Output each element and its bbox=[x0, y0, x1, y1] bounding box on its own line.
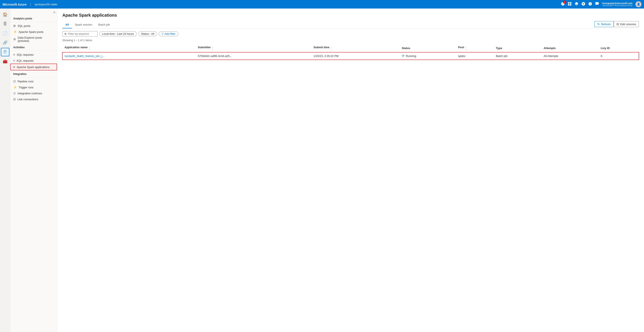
svg-rect-0 bbox=[568, 2, 570, 4]
table-row[interactable]: nyctaxifs_feathr_feature_join_j... 5750d… bbox=[62, 52, 639, 60]
topbar: Microsoft Azure | symlopsv2fs-rsdev 2 ri… bbox=[0, 0, 644, 8]
integration-runtimes-icon: ⊙ bbox=[13, 91, 16, 95]
add-filter-label: Add filter bbox=[164, 32, 175, 35]
user-info: risengupta@microsoft.com MICROSOFT NON-P… bbox=[602, 2, 632, 6]
col-header-submitter[interactable]: Submitter ↑↓ bbox=[196, 44, 311, 52]
refresh-label: Refresh bbox=[601, 23, 611, 26]
nav-sidebar-header: « bbox=[10, 8, 57, 15]
bell-icon[interactable] bbox=[574, 2, 578, 6]
col-header-pool[interactable]: Pool ↑↓ bbox=[456, 44, 494, 52]
status-label: Running bbox=[406, 54, 416, 58]
col-header-attempts: Attempts bbox=[542, 44, 598, 52]
running-status-icon: ⟳ bbox=[402, 54, 405, 58]
sidebar-item-kql-requests[interactable]: ≡ KQL requests bbox=[10, 58, 57, 64]
cell-attempts: All Attempts bbox=[542, 52, 598, 60]
trigger-runs-label: Trigger runs bbox=[18, 86, 34, 89]
help-icon[interactable] bbox=[588, 2, 592, 6]
sidebar-item-apache-spark-pools[interactable]: ⚡ Apache Spark pools bbox=[10, 29, 57, 35]
brand-label: Microsoft Azure bbox=[2, 2, 27, 6]
tabs-bar: All Spark session Batch job ↻ Refresh ⊟ … bbox=[62, 21, 639, 28]
sort-icon-submit-time: ↑↓ bbox=[331, 47, 332, 50]
edit-columns-icon: ⊟ bbox=[616, 22, 619, 26]
tab-all[interactable]: All bbox=[62, 21, 72, 28]
sidebar-item-pipeline-runs[interactable]: ⊡ Pipeline runs bbox=[10, 78, 57, 84]
integration-runtimes-label: Integration runtimes bbox=[18, 92, 42, 95]
keyword-input[interactable] bbox=[68, 32, 96, 35]
status-running: ⟳ Running bbox=[402, 54, 454, 58]
user-subtitle: MICROSOFT NON-PRODUCTION bbox=[602, 4, 632, 6]
pipeline-runs-icon: ⊡ bbox=[13, 80, 16, 83]
filter-icon: ⊕ bbox=[64, 32, 66, 35]
portal-icon[interactable] bbox=[568, 2, 572, 6]
chat-icon[interactable] bbox=[595, 2, 599, 6]
svg-rect-1 bbox=[570, 2, 572, 4]
sidebar-item-trigger-runs[interactable]: ⚡ Trigger runs bbox=[10, 84, 57, 90]
pipeline-runs-label: Pipeline runs bbox=[18, 80, 34, 83]
link-connections-icon: ⊟ bbox=[13, 97, 16, 101]
sidebar-icon-develop[interactable]: 📄 bbox=[1, 29, 10, 37]
sidebar-icon-manage[interactable]: 🧰 bbox=[1, 57, 10, 66]
time-filter-chip[interactable]: Local time : Last 24 hours bbox=[99, 31, 137, 36]
sql-requests-icon: ≡ bbox=[13, 53, 15, 56]
sidebar-item-integration-runtimes[interactable]: ⊙ Integration runtimes bbox=[10, 90, 57, 96]
page-title: Apache Spark applications bbox=[62, 13, 639, 18]
nav-sidebar: « Analytics pools ⊞ SQL pools ⚡ Apache S… bbox=[10, 8, 57, 332]
nav-divider-2 bbox=[10, 50, 57, 51]
status-filter-chip[interactable]: Status : All bbox=[138, 31, 157, 36]
topbar-divider: | bbox=[30, 2, 31, 6]
user-name: risengupta@microsoft.com bbox=[602, 2, 632, 4]
sort-icon-app-name: ↑↓ bbox=[89, 47, 90, 50]
main-content: Apache Spark applications All Spark sess… bbox=[57, 8, 644, 332]
avatar[interactable]: 👤 bbox=[636, 1, 642, 7]
sidebar-item-apache-spark-applications[interactable]: ≡ Apache Spark applications bbox=[10, 64, 57, 70]
apache-spark-apps-icon: ≡ bbox=[13, 65, 15, 69]
sidebar-item-link-connections[interactable]: ⊟ Link connections bbox=[10, 96, 57, 102]
tab-batch-job[interactable]: Batch job bbox=[95, 21, 113, 28]
topbar-right: 2 risengupta@microsoft.com MICROSOFT NON… bbox=[561, 1, 642, 7]
collapse-button[interactable]: « bbox=[54, 10, 55, 14]
cell-type: Batch job bbox=[494, 52, 542, 60]
refresh-icon: ↻ bbox=[597, 22, 600, 26]
add-filter-button[interactable]: ▽ Add filter bbox=[159, 31, 178, 36]
apache-spark-pools-label: Apache Spark pools bbox=[18, 30, 43, 33]
layout: 🏠 🗄 📄 🔗 ⏱ 🧰 « Analytics pools ⊞ SQL pool… bbox=[0, 8, 644, 332]
sidebar-item-data-explorer-pools[interactable]: ⚙ Data Explorer pools (preview) bbox=[10, 35, 57, 44]
refresh-button[interactable]: ↻ Refresh bbox=[594, 21, 614, 27]
section-label-activities: Activities bbox=[10, 44, 57, 50]
sidebar-icon-data[interactable]: 🗄 bbox=[1, 20, 10, 28]
apache-spark-pools-icon: ⚡ bbox=[13, 30, 17, 33]
tab-spark-session[interactable]: Spark session bbox=[72, 21, 96, 28]
application-name-link[interactable]: nyctaxifs_feathr_feature_join_j... bbox=[64, 54, 104, 58]
sidebar-icon-integrate[interactable]: 🔗 bbox=[1, 38, 10, 47]
sidebar-item-sql-requests[interactable]: ≡ SQL requests bbox=[10, 52, 57, 58]
nav-divider-1 bbox=[10, 22, 57, 22]
col-header-livy-id: Livy ID bbox=[598, 44, 639, 52]
showing-text: Showing 1 - 1 of 1 items bbox=[62, 39, 639, 42]
edit-columns-label: Edit columns bbox=[620, 23, 636, 26]
sidebar-icon-monitor[interactable]: ⏱ bbox=[1, 48, 10, 56]
kql-requests-icon: ≡ bbox=[13, 59, 15, 62]
section-label-analytics-pools: Analytics pools bbox=[10, 15, 57, 21]
sort-icon-submitter: ↑↓ bbox=[212, 47, 213, 50]
col-header-application-name[interactable]: Application name ↑↓ bbox=[62, 44, 196, 52]
icon-sidebar: 🏠 🗄 📄 🔗 ⏱ 🧰 bbox=[0, 8, 10, 332]
settings-icon[interactable] bbox=[582, 2, 585, 6]
feedback-icon[interactable]: 2 bbox=[561, 2, 565, 6]
sql-pools-icon: ⊞ bbox=[13, 24, 16, 27]
cell-application-name[interactable]: nyctaxifs_feathr_feature_join_j... bbox=[62, 52, 196, 60]
apache-spark-apps-label: Apache Spark applications bbox=[17, 65, 50, 69]
edit-columns-button[interactable]: ⊟ Edit columns bbox=[614, 21, 639, 27]
cell-livy-id: 0 bbox=[598, 52, 639, 60]
cell-submit-time: 1/20/23, 2:26:22 PM bbox=[311, 52, 400, 60]
data-explorer-label: Data Explorer pools (preview) bbox=[18, 36, 54, 42]
nav-divider-3 bbox=[10, 77, 57, 77]
col-header-status: Status bbox=[400, 44, 456, 52]
col-header-submit-time[interactable]: Submit time ↑↓ bbox=[311, 44, 400, 52]
link-connections-label: Link connections bbox=[18, 98, 38, 101]
sql-requests-label: SQL requests bbox=[17, 53, 34, 56]
sidebar-item-sql-pools[interactable]: ⊞ SQL pools bbox=[10, 23, 57, 29]
workspace-label: symlopsv2fs-rsdev bbox=[34, 3, 58, 6]
add-filter-icon: ▽ bbox=[162, 32, 164, 35]
keyword-filter[interactable]: ⊕ bbox=[62, 31, 98, 36]
sidebar-icon-home[interactable]: 🏠 bbox=[1, 10, 10, 19]
